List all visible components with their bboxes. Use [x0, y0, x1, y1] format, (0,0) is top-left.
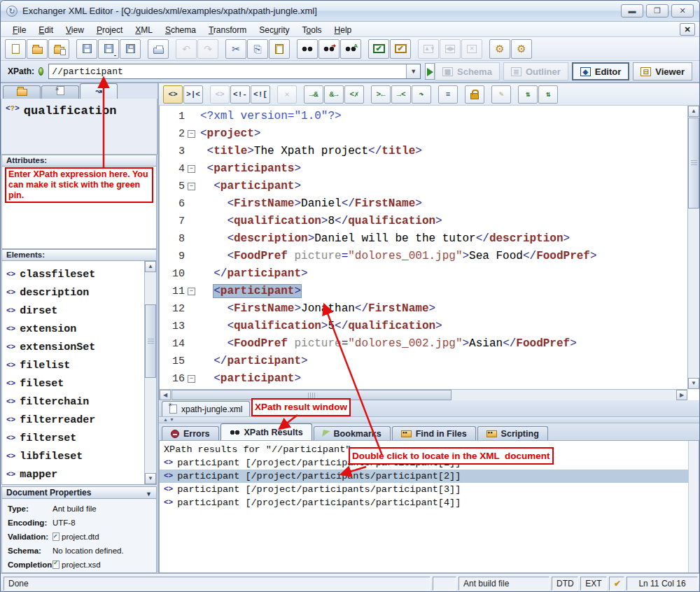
element-item-classfileset[interactable]: <>classfileset [6, 265, 153, 283]
goto-end-tag-button[interactable]: →< [391, 85, 411, 104]
code-line-15[interactable]: 15 </participant> [160, 353, 687, 370]
element-item-dirset[interactable]: <>dirset [6, 302, 153, 320]
code-line-1[interactable]: 1<?xml version="1.0"?> [160, 108, 687, 125]
element-item-fileset[interactable]: <>fileset [6, 374, 153, 393]
lock-document-button[interactable] [465, 85, 484, 104]
fold-icon[interactable] [185, 283, 197, 300]
code-line-14[interactable]: 14 <FoodPref picture="dolores_002.jpg">A… [160, 335, 687, 353]
view-button-viewer[interactable]: ⊟Viewer [633, 62, 692, 80]
tab-errors[interactable]: Errors [162, 426, 219, 440]
xpath-run-button[interactable] [425, 63, 435, 80]
from-entity-button[interactable]: &→ [324, 85, 344, 104]
syntax-color-button[interactable]: ✎ [491, 85, 511, 104]
menu-security[interactable]: Security [253, 24, 295, 36]
results-scrollbar[interactable] [688, 441, 699, 572]
view-button-outliner[interactable]: ≣Outliner [503, 62, 568, 80]
tab-find-in-files[interactable]: Find in Files [392, 426, 476, 440]
restore-button[interactable]: ❐ [646, 4, 668, 17]
save-button[interactable] [76, 39, 97, 59]
split-vertical-button[interactable]: ◀▶ [440, 39, 461, 59]
menu-view[interactable]: View [59, 24, 90, 36]
code-line-3[interactable]: 3 <title>The Xpath project</title> [160, 143, 687, 160]
scroll-down-icon[interactable]: ▼ [688, 378, 699, 389]
insert-comment-button[interactable]: <!- [230, 85, 250, 104]
collapse-element-button[interactable]: ⇅ [538, 85, 558, 104]
scroll-down-icon[interactable]: ▼ [145, 473, 156, 484]
element-item-description[interactable]: <>description [6, 283, 153, 302]
view-button-schema[interactable]: ▦Schema [435, 62, 500, 80]
fold-icon[interactable] [185, 160, 197, 178]
editor-horizontal-scrollbar[interactable]: ◀ ▶ [160, 389, 687, 400]
result-row-2[interactable]: <>participant [/project/participants/par… [160, 470, 699, 483]
scroll-left-icon[interactable]: ◀ [160, 390, 171, 400]
fold-icon[interactable] [185, 178, 197, 195]
close-document-button[interactable]: ✕ [680, 23, 695, 36]
scroll-up-icon[interactable]: ▲ [145, 261, 156, 272]
code-editor[interactable]: 1<?xml version="1.0"?>2<project>3 <title… [159, 106, 699, 400]
code-line-13[interactable]: 13 <qualification>5</qualification> [160, 318, 687, 335]
goto-matching-tag-button[interactable]: ↷ [412, 85, 431, 104]
find-button[interactable] [297, 39, 318, 59]
code-line-4[interactable]: 4 <participants> [160, 160, 687, 178]
cut-button[interactable]: ✂ [225, 39, 246, 59]
save-as-button[interactable] [98, 39, 119, 59]
menu-file[interactable]: File [6, 24, 32, 36]
code-line-12[interactable]: 12 <FirstName>Jonathan</FirstName> [160, 300, 687, 318]
result-row-3[interactable]: <>participant [/project/participants/par… [160, 483, 699, 496]
editor-vertical-scrollbar[interactable]: ▲ ▼ [687, 106, 699, 389]
element-item-filterchain[interactable]: <>filterchain [6, 393, 153, 411]
xpath-input[interactable] [49, 66, 406, 77]
code-line-6[interactable]: 6 <FirstName>Daniel</FirstName> [160, 195, 687, 213]
xpath-dropdown-button[interactable]: ▼ [406, 64, 420, 78]
undo-button[interactable]: ↶ [176, 39, 197, 59]
sidebar-tab-projects[interactable] [3, 85, 41, 99]
fold-icon[interactable] [185, 370, 197, 388]
file-tab[interactable]: xpath-jungle.xml [162, 401, 250, 416]
scroll-right-icon[interactable]: ▶ [676, 390, 687, 400]
code-line-10[interactable]: 10 </participant> [160, 265, 687, 283]
run-transform-button[interactable]: ⚙ [489, 39, 510, 59]
code-line-9[interactable]: 9 <FoodPref picture="dolores_001.jpg">Se… [160, 248, 687, 265]
element-item-filterreader[interactable]: <>filterreader [6, 411, 153, 429]
document-properties-header[interactable]: Document Properties▼ [1, 486, 157, 499]
find-next-button[interactable]: ➜ [318, 39, 340, 59]
element-item-extension[interactable]: <>extension [6, 320, 153, 338]
element-item-libfileset[interactable]: <>libfileset [6, 447, 153, 465]
validate-button[interactable]: ✔ [368, 39, 389, 59]
code-line-11[interactable]: 11 <participant> [160, 283, 687, 300]
open-file-button[interactable] [27, 39, 48, 59]
to-entity-button[interactable]: →& [304, 85, 323, 104]
remove-markup-button[interactable]: ✕ [277, 85, 297, 104]
elements-scrollbar[interactable]: ▲ ▼ [144, 261, 156, 484]
split-element-button[interactable]: <> [210, 85, 230, 104]
element-item-filterset[interactable]: <>filterset [6, 429, 153, 447]
elements-scroll-thumb[interactable] [145, 304, 156, 378]
close-split-button[interactable]: ✕ [461, 39, 482, 59]
open-remote-file-button[interactable] [48, 39, 69, 59]
code-line-7[interactable]: 7 <qualification>8</qualification> [160, 213, 687, 230]
copy-button[interactable]: ⎘ [247, 39, 268, 59]
fold-icon[interactable] [185, 125, 197, 143]
expand-element-button[interactable]: ⇅ [518, 85, 538, 104]
element-item-filelist[interactable]: <>filelist [6, 356, 153, 374]
minimize-button[interactable]: ▬ [621, 4, 643, 17]
menu-help[interactable]: Help [328, 24, 358, 36]
result-row-4[interactable]: <>participant [/project/participants/par… [160, 496, 699, 509]
close-button[interactable]: ✕ [671, 4, 694, 17]
menu-project[interactable]: Project [90, 24, 129, 36]
new-document-button[interactable] [5, 39, 26, 59]
format-document-button[interactable]: ≡ [438, 85, 458, 104]
view-button-editor[interactable]: ◈Editor [572, 62, 630, 80]
scroll-up-icon[interactable]: ▲ [688, 106, 699, 117]
element-item-mapper[interactable]: <>mapper [6, 465, 153, 484]
menu-tools[interactable]: Tools [296, 24, 328, 36]
find-replace-button[interactable]: A [340, 39, 361, 59]
split-horizontal-button[interactable]: ▲▼ [418, 39, 439, 59]
code-line-16[interactable]: 16 <participant> [160, 370, 687, 388]
check-wellformed-button[interactable]: ✔ [390, 39, 411, 59]
menu-schema[interactable]: Schema [159, 24, 202, 36]
code-line-8[interactable]: 8 <description>Daniel will be the tutor<… [160, 230, 687, 248]
menu-xml[interactable]: XML [129, 24, 159, 36]
menu-transform[interactable]: Transform [202, 24, 253, 36]
code-line-5[interactable]: 5 <participant> [160, 178, 687, 195]
